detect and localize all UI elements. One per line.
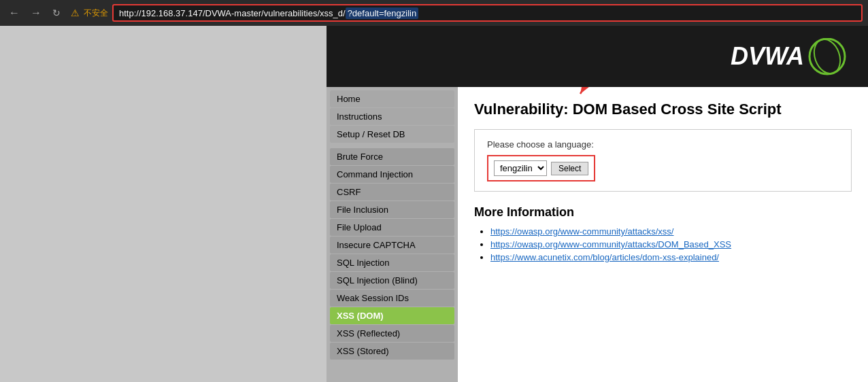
content-panel: Vulnerability: DOM Based Cross Site Scri… (458, 87, 868, 382)
form-box: Please choose a language: fengzilin Engl… (474, 129, 852, 192)
main-content: Home Instructions Setup / Reset DB Brute… (327, 87, 868, 382)
url-prefix: http://192.168.37.147/DVWA-master/vulner… (119, 8, 346, 18)
sidebar-item-sql-injection-blind[interactable]: SQL Injection (Blind) (330, 272, 454, 289)
forward-button[interactable]: → (27, 5, 45, 20)
insecure-label: 不安全 (84, 7, 108, 19)
warning-icon: ⚠ (71, 7, 80, 18)
select-button[interactable]: Select (551, 162, 588, 175)
list-item: https://www.acunetix.com/blog/articles/d… (490, 252, 852, 262)
reload-button[interactable]: ↻ (49, 6, 64, 20)
sidebar-item-xss-stored[interactable]: XSS (Stored) (330, 343, 454, 360)
address-bar[interactable]: http://192.168.37.147/DVWA-master/vulner… (112, 4, 863, 22)
back-button[interactable]: ← (5, 5, 23, 20)
form-row: fengzilin English French Spanish German … (487, 155, 595, 181)
sidebar-item-brute-force[interactable]: Brute Force (330, 148, 454, 165)
svg-line-3 (580, 87, 635, 94)
link-dom-xss[interactable]: https://owasp.org/www-community/attacks/… (490, 239, 731, 249)
sidebar: Home Instructions Setup / Reset DB Brute… (327, 87, 458, 382)
sidebar-item-setup[interactable]: Setup / Reset DB (330, 126, 454, 143)
dvwa-logo: DVWA (731, 42, 804, 71)
page-title: Vulnerability: DOM Based Cross Site Scri… (474, 101, 852, 118)
sidebar-vuln-group: Brute Force Command Injection CSRF File … (327, 148, 458, 360)
sidebar-item-xss-dom[interactable]: XSS (DOM) (330, 307, 454, 324)
sidebar-item-insecure-captcha[interactable]: Insecure CAPTCHA (330, 237, 454, 254)
sidebar-item-xss-reflected[interactable]: XSS (Reflected) (330, 325, 454, 342)
sidebar-item-home[interactable]: Home (330, 90, 454, 107)
sidebar-item-instructions[interactable]: Instructions (330, 108, 454, 125)
form-label: Please choose a language: (487, 139, 839, 150)
list-item: https://owasp.org/www-community/attacks/… (490, 239, 852, 249)
link-xss[interactable]: https://owasp.org/www-community/attacks/… (490, 226, 673, 237)
left-area (0, 26, 327, 382)
sidebar-item-csrf[interactable]: CSRF (330, 184, 454, 201)
sidebar-item-weak-session[interactable]: Weak Session IDs (330, 290, 454, 307)
dvwa-header: DVWA (327, 26, 868, 87)
sidebar-item-sql-injection[interactable]: SQL Injection (330, 254, 454, 271)
list-item: https://owasp.org/www-community/attacks/… (490, 226, 852, 237)
sidebar-top-group: Home Instructions Setup / Reset DB (327, 90, 458, 143)
sidebar-item-file-upload[interactable]: File Upload (330, 219, 454, 236)
page-wrapper: DVWA Home Instructions Setup / Reset DB … (0, 26, 868, 382)
dvwa-logo-decoration (807, 38, 848, 75)
sidebar-item-file-inclusion[interactable]: File Inclusion (330, 201, 454, 218)
more-info-title: More Information (474, 205, 852, 220)
language-select[interactable]: fengzilin English French Spanish German (494, 160, 547, 176)
right-area: DVWA Home Instructions Setup / Reset DB … (327, 26, 868, 382)
dvwa-logo-wrap: DVWA (731, 38, 848, 75)
link-list: https://owasp.org/www-community/attacks/… (474, 226, 852, 262)
sidebar-item-command-injection[interactable]: Command Injection (330, 166, 454, 183)
link-acunetix[interactable]: https://www.acunetix.com/blog/articles/d… (490, 252, 719, 262)
url-highlight: ?default=fengzilin (346, 7, 419, 19)
browser-chrome: ← → ↻ ⚠ 不安全 http://192.168.37.147/DVWA-m… (0, 0, 868, 26)
